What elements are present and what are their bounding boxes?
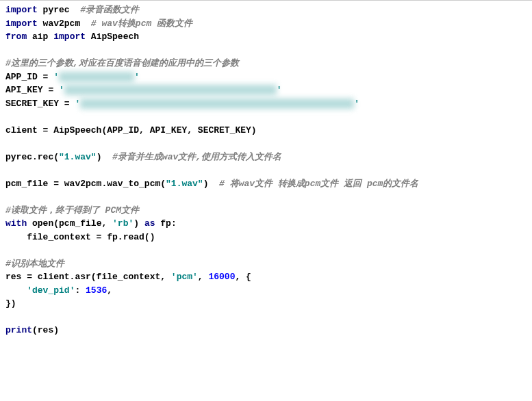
code-line: API_KEY = '' (5, 83, 527, 97)
comment: #这里的三个参数,对应在百度语音创建的应用中的三个参数 (5, 58, 239, 68)
code-line: }) (5, 297, 527, 311)
string-literal: "1.wav" (59, 152, 97, 162)
blank-line (5, 137, 527, 151)
blank-line (5, 44, 527, 57)
code-line: #这里的三个参数,对应在百度语音创建的应用中的三个参数 (5, 57, 527, 70)
code-line: pcm_file = wav2pcm.wav_to_pcm("1.wav") #… (5, 177, 527, 191)
indent (5, 285, 27, 296)
call: (res) (32, 325, 59, 335)
call: open(pcm_file, (27, 218, 112, 229)
statement: file_context = fp.read() (5, 232, 155, 242)
code-line: import pyrec #录音函数文件 (5, 3, 527, 17)
call-close: ) (203, 179, 219, 189)
code-line: res = client.asr(file_context, 'pcm', 16… (5, 270, 527, 284)
sep: : (75, 285, 86, 296)
string-quote: ' (53, 72, 59, 82)
string-quote: ' (75, 99, 80, 109)
number-literal: 1536 (86, 285, 107, 296)
comment: #识别本地文件 (5, 259, 64, 269)
number-literal: 16000 (208, 272, 235, 282)
dict-close: }) (5, 298, 16, 309)
string-literal: 'pcm' (171, 272, 198, 282)
code-line: SECRET_KEY = '' (5, 97, 527, 111)
code-line: client = AipSpeech(APP_ID, API_KEY, SECR… (5, 124, 527, 138)
comment: # wav转换pcm 函数文件 (91, 18, 192, 29)
code-viewer: import pyrec #录音函数文件 import wav2pcm # wa… (0, 0, 532, 401)
redacted-value (59, 72, 134, 82)
code-line: APP_ID = '' (5, 70, 527, 84)
call-close: ) (134, 218, 144, 229)
module-name: wav2pcm (38, 18, 91, 29)
keyword-import: import (53, 31, 86, 42)
comment: # 将wav文件 转换成pcm文件 返回 pcm的文件名 (219, 179, 418, 189)
redacted-value (80, 99, 354, 109)
comment: #录音并生成wav文件,使用方式传入文件名 (112, 152, 281, 162)
keyword-as: as (144, 218, 155, 229)
sep: , (198, 272, 209, 282)
string-quote: ' (277, 85, 282, 95)
blank-line (5, 164, 527, 177)
code-line: print(res) (5, 324, 527, 337)
call: pyrec.rec( (5, 152, 59, 162)
code-line: with open(pcm_file, 'rb') as fp: (5, 217, 527, 231)
redacted-value (64, 85, 277, 95)
statement: client = AipSpeech(APP_ID, API_KEY, SECR… (5, 125, 257, 135)
dict-open: , { (235, 272, 251, 282)
code-line: pyrec.rec("1.wav") #录音并生成wav文件,使用方式传入文件名 (5, 151, 527, 164)
assignment: API_KEY = (5, 85, 59, 95)
string-literal: 'rb' (112, 218, 134, 229)
code-line: file_context = fp.read() (5, 231, 527, 244)
call: res = client.asr(file_context, (5, 272, 171, 282)
comma: , (107, 285, 112, 296)
keyword-import: import (5, 18, 38, 29)
code-line: import wav2pcm # wav转换pcm 函数文件 (5, 17, 527, 31)
keyword-print: print (5, 325, 32, 335)
module-name: AipSpeech (86, 31, 139, 42)
string-quote: ' (354, 99, 359, 109)
blank-line (5, 311, 527, 324)
call-close: ) (97, 152, 112, 162)
keyword-import: import (5, 5, 38, 15)
assignment: APP_ID = (5, 72, 53, 82)
keyword-with: with (5, 218, 27, 229)
code-line: 'dev_pid': 1536, (5, 284, 527, 298)
module-name: pyrec (38, 5, 80, 15)
code-line: #读取文件，终于得到了 PCM文件 (5, 204, 527, 218)
string-quote: ' (134, 72, 140, 82)
blank-line (5, 110, 527, 124)
blank-line (5, 190, 527, 204)
comment: #读取文件，终于得到了 PCM文件 (5, 205, 139, 216)
code-line: from aip import AipSpeech (5, 30, 527, 44)
comment: #录音函数文件 (80, 5, 139, 15)
module-name: aip (27, 31, 53, 42)
assignment: SECRET_KEY = (5, 99, 75, 109)
string-literal: 'dev_pid' (27, 285, 75, 296)
blank-line (5, 244, 527, 257)
identifier: fp: (155, 218, 176, 229)
code-line: #识别本地文件 (5, 257, 527, 271)
keyword-from: from (5, 31, 27, 42)
string-literal: "1.wav" (166, 179, 203, 189)
call: pcm_file = wav2pcm.wav_to_pcm( (5, 179, 166, 189)
string-quote: ' (59, 85, 64, 95)
